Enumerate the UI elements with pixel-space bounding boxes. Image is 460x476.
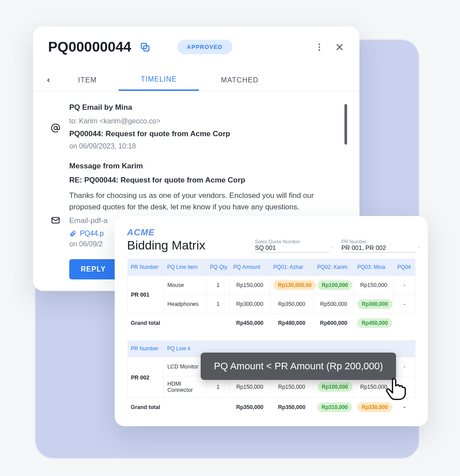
- total-amount: Rp350,000: [230, 398, 270, 417]
- tab-item[interactable]: ITEM: [56, 70, 119, 90]
- tab-bar: ITEM TIMELINE MATCHED: [33, 69, 359, 91]
- cell-pr: PR 002: [127, 357, 164, 398]
- total-pq03: Rp330,000: [354, 398, 394, 417]
- message-title: Message from Karim: [69, 160, 342, 172]
- cell-pq02: Rp500,000: [314, 295, 354, 314]
- cell-pq03: Rp150,000: [354, 276, 394, 295]
- matrix-header: ACME Bidding Matrix Sales Quote Number S…: [127, 227, 415, 253]
- cell-pq02: Rp100,000: [314, 276, 354, 295]
- cell-qty: 1: [206, 295, 230, 314]
- cell-item: Headphones: [164, 295, 206, 314]
- th-qty[interactable]: PQ Qty: [206, 259, 230, 276]
- sales-quote-field[interactable]: Sales Quote Number SQ 001: [255, 239, 329, 253]
- table-row: Headphones 1 Rp300,000 Rp350,000 Rp500,0…: [127, 295, 415, 314]
- pq-header: PQ00000044 APPROVED: [33, 39, 359, 60]
- tab-timeline[interactable]: TIMELINE: [119, 69, 199, 91]
- attachment-name: PQ44.p: [80, 228, 104, 239]
- mail-icon: [51, 161, 60, 279]
- cell-qty: 1: [206, 276, 230, 295]
- pr-value: PR 001, PR 002: [341, 244, 415, 251]
- grand-total-row: Grand total Rp350,000 Rp350,000 Rp310,00…: [127, 398, 415, 417]
- total-pq04: -: [394, 398, 415, 417]
- close-icon[interactable]: [335, 42, 344, 52]
- total-label: Grand total: [127, 398, 230, 417]
- th-pr-number[interactable]: PR Number: [127, 340, 164, 357]
- chevron-left-icon[interactable]: [45, 77, 52, 83]
- grand-total-row: Grand total Rp450,000 Rp480,000 Rp600,00…: [127, 314, 415, 333]
- cell-amount: Rp150,000: [230, 276, 270, 295]
- copy-icon[interactable]: [139, 41, 151, 53]
- total-pq01: Rp480,000: [270, 314, 314, 333]
- cell-pq04: -: [394, 357, 415, 376]
- svg-point-3: [318, 46, 320, 48]
- at-sign-icon: [51, 103, 60, 153]
- total-pq02: Rp310,000: [314, 398, 354, 417]
- cell-item: LCD Monitor: [164, 357, 206, 376]
- total-pq03: Rp450,000: [354, 314, 394, 333]
- cell-pq01: Rp130,000.00: [270, 276, 314, 295]
- paperclip-icon: [69, 230, 76, 237]
- svg-point-4: [318, 49, 320, 51]
- cell-pq04: -: [394, 276, 415, 295]
- pr-label: PR Number: [341, 239, 415, 244]
- th-pq01[interactable]: PQ01: Azhar: [270, 259, 314, 276]
- cell-item: HDMI Connector: [164, 376, 206, 398]
- pointer-cursor-icon: [384, 375, 409, 400]
- sq-label: Sales Quote Number: [255, 239, 329, 244]
- total-label: Grand total: [127, 314, 230, 333]
- svg-point-7: [54, 126, 57, 130]
- total-pq02: Rp600,000: [314, 314, 354, 333]
- message-subject: RE: PQ00044: Request for quote from Acme…: [69, 175, 342, 186]
- th-pq03[interactable]: PQ03: Mina: [354, 259, 394, 276]
- email-timestamp: on 06/09/2023, 10:18: [69, 141, 342, 152]
- email-subject: PQ00044: Request for quote from Acme Cor…: [69, 128, 342, 140]
- comparison-tooltip: PQ Amount < PR Amount (Rp 200,000): [201, 353, 396, 380]
- pr-number-field[interactable]: PR Number PR 001, PR 002: [341, 239, 415, 253]
- brand-logo: ACME: [127, 227, 243, 238]
- email-title: PQ Email by Mina: [69, 102, 342, 113]
- total-pq01: Rp350,000: [270, 398, 314, 417]
- matrix-table-pr001: PR Number PQ Line item PQ Qty PQ Amount …: [127, 259, 415, 332]
- pq-id: PQ00000044: [48, 39, 131, 55]
- th-line-item[interactable]: PQ Line item: [164, 259, 206, 276]
- timeline-email-item: PQ Email by Mina to: Karim <karim@gecco.…: [51, 102, 342, 153]
- cell-item: Mouse: [164, 276, 206, 295]
- cell-pq04: -: [394, 295, 415, 314]
- reply-button[interactable]: REPLY: [69, 259, 117, 279]
- th-pr-number[interactable]: PR Number: [127, 259, 164, 276]
- th-pq02[interactable]: PQ02: Karim: [314, 259, 354, 276]
- cell-pq01: Rp350,000: [270, 295, 314, 314]
- cell-pq03: Rp300,000: [354, 295, 394, 314]
- th-amount[interactable]: PQ Amount: [230, 259, 270, 276]
- tab-matched[interactable]: MATCHED: [199, 70, 280, 90]
- th-pq04[interactable]: PQ04: [394, 259, 415, 276]
- table-row: PR 001 Mouse 1 Rp150,000 Rp130,000.00 Rp…: [127, 276, 415, 295]
- message-body: Thanks for choosing us as one of your ve…: [69, 190, 342, 212]
- svg-point-2: [318, 43, 320, 45]
- matrix-heading: Bidding Matrix: [127, 238, 243, 253]
- bidding-matrix-panel: ACME Bidding Matrix Sales Quote Number S…: [115, 216, 428, 426]
- email-to: to: Karim <karim@gecco.co>: [69, 116, 342, 126]
- more-icon[interactable]: [314, 42, 324, 52]
- cell-amount: Rp300,000: [230, 295, 270, 314]
- cell-pr: PR 001: [127, 276, 164, 314]
- total-pq04: [394, 314, 415, 333]
- sq-value: SQ 001: [255, 244, 329, 251]
- total-amount: Rp450,000: [230, 314, 270, 333]
- status-badge: APPROVED: [177, 40, 232, 54]
- table-header-row: PR Number PQ Line item PQ Qty PQ Amount …: [127, 259, 415, 276]
